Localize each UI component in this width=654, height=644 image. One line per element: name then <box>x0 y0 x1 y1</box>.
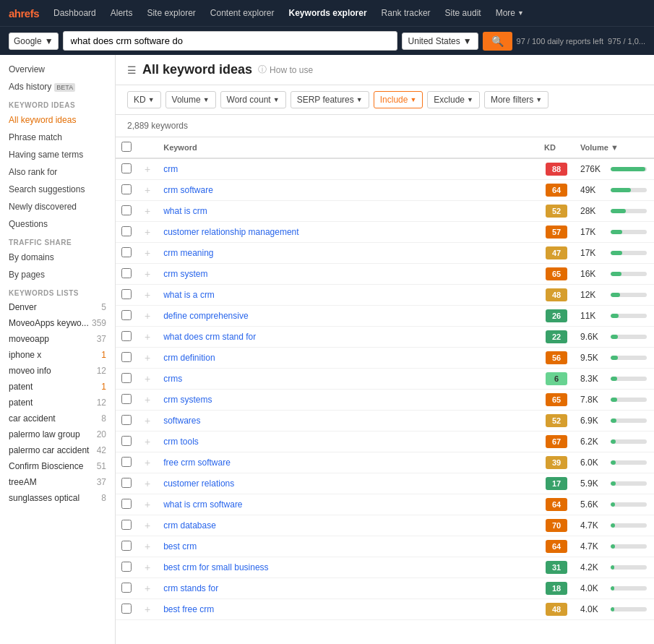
keyword-link[interactable]: crm software <box>163 185 213 195</box>
add-keyword-button[interactable]: + <box>143 184 152 196</box>
row-checkbox[interactable] <box>121 247 132 257</box>
add-keyword-button[interactable]: + <box>143 436 152 447</box>
keyword-link[interactable]: crm system <box>163 269 207 279</box>
add-keyword-button[interactable]: + <box>143 541 152 552</box>
keyword-link[interactable]: customer relationship management <box>163 227 298 237</box>
row-checkbox[interactable] <box>121 310 132 320</box>
row-checkbox[interactable] <box>121 289 132 299</box>
nav-content-explorer[interactable]: Content explorer <box>205 0 280 26</box>
how-to-use[interactable]: ⓘ How to use <box>258 64 313 76</box>
add-keyword-button[interactable]: + <box>143 205 152 217</box>
row-checkbox[interactable] <box>121 226 132 236</box>
select-all-checkbox[interactable] <box>121 142 132 152</box>
add-keyword-button[interactable]: + <box>143 415 152 426</box>
hamburger-icon[interactable]: ☰ <box>127 64 137 76</box>
list-item-moveoapp[interactable]: moveoapp 37 <box>0 331 115 347</box>
row-checkbox[interactable] <box>121 583 132 593</box>
add-keyword-button[interactable]: + <box>143 163 152 175</box>
keyword-link[interactable]: best free crm <box>163 604 214 614</box>
add-keyword-button[interactable]: + <box>143 352 152 364</box>
country-select[interactable]: United States ▼ <box>402 33 478 50</box>
list-item-patent-1[interactable]: patent 1 <box>0 379 115 395</box>
nav-alerts[interactable]: Alerts <box>105 0 139 26</box>
keyword-link[interactable]: crm meaning <box>163 248 213 258</box>
sidebar-ads-history[interactable]: Ads historyBETA <box>0 78 115 95</box>
keyword-link[interactable]: crm database <box>163 520 216 531</box>
list-item-confirm-bioscience[interactable]: Confirm Bioscience 51 <box>0 458 115 474</box>
add-keyword-button[interactable]: + <box>143 604 152 615</box>
keyword-link[interactable]: crm systems <box>163 395 212 405</box>
row-checkbox[interactable] <box>121 205 132 215</box>
add-keyword-button[interactable]: + <box>143 520 152 531</box>
keyword-link[interactable]: what is crm <box>163 206 207 216</box>
row-checkbox[interactable] <box>121 394 132 404</box>
keyword-link[interactable]: customer relations <box>163 478 234 489</box>
search-button[interactable]: 🔍 <box>483 32 512 51</box>
list-item-palermo-law[interactable]: palermo law group 20 <box>0 426 115 442</box>
sidebar-having-same-terms[interactable]: Having same terms <box>0 146 115 163</box>
row-checkbox[interactable] <box>121 163 132 173</box>
sidebar-all-keyword-ideas[interactable]: All keyword ideas <box>0 111 115 129</box>
row-checkbox[interactable] <box>121 352 132 362</box>
row-checkbox[interactable] <box>121 373 132 383</box>
row-checkbox[interactable] <box>121 268 132 278</box>
keyword-link[interactable]: crm tools <box>163 437 199 447</box>
row-checkbox[interactable] <box>121 520 132 530</box>
nav-dashboard[interactable]: Dashboard <box>48 0 102 26</box>
filter-kd[interactable]: KD▼ <box>127 91 161 108</box>
sidebar-overview[interactable]: Overview <box>0 61 115 78</box>
keyword-link[interactable]: crm <box>163 164 178 174</box>
add-keyword-button[interactable]: + <box>143 394 152 405</box>
list-item-patent-2[interactable]: patent 12 <box>0 395 115 411</box>
add-keyword-button[interactable]: + <box>143 457 152 468</box>
list-item-moveo-info[interactable]: moveo info 12 <box>0 363 115 379</box>
keyword-link[interactable]: crm stands for <box>163 583 218 593</box>
add-keyword-button[interactable]: + <box>143 562 152 573</box>
search-input[interactable] <box>63 31 397 51</box>
row-checkbox[interactable] <box>121 562 132 572</box>
keyword-link[interactable]: softwares <box>163 416 200 426</box>
keyword-link[interactable]: crms <box>163 374 182 384</box>
keyword-link[interactable]: what is crm software <box>163 499 242 510</box>
list-item-iphone-x[interactable]: iphone x 1 <box>0 347 115 363</box>
add-keyword-button[interactable]: + <box>143 268 152 280</box>
sidebar-questions[interactable]: Questions <box>0 215 115 233</box>
add-keyword-button[interactable]: + <box>143 373 152 385</box>
add-keyword-button[interactable]: + <box>143 499 152 510</box>
row-checkbox[interactable] <box>121 457 132 467</box>
keyword-link[interactable]: best crm <box>163 541 197 551</box>
nav-keywords-explorer[interactable]: Keywords explorer <box>283 0 373 26</box>
keyword-link[interactable]: what is a crm <box>163 290 215 300</box>
filter-serp-features[interactable]: SERP features▼ <box>291 91 369 108</box>
sidebar-also-rank-for[interactable]: Also rank for <box>0 163 115 181</box>
row-checkbox[interactable] <box>121 331 132 341</box>
row-checkbox[interactable] <box>121 604 132 614</box>
row-checkbox[interactable] <box>121 436 132 446</box>
add-keyword-button[interactable]: + <box>143 289 152 301</box>
row-checkbox[interactable] <box>121 478 132 488</box>
filter-volume[interactable]: Volume▼ <box>165 91 216 108</box>
list-item-car-accident[interactable]: car accident 8 <box>0 411 115 426</box>
add-keyword-button[interactable]: + <box>143 310 152 322</box>
sidebar-phrase-match[interactable]: Phrase match <box>0 129 115 146</box>
list-item-palermo-car[interactable]: palermo car accident 42 <box>0 442 115 458</box>
row-checkbox[interactable] <box>121 499 132 509</box>
row-checkbox[interactable] <box>121 184 132 194</box>
list-item-moveoapps[interactable]: MoveoApps keywo... 359 <box>0 315 115 331</box>
sidebar-newly-discovered[interactable]: Newly discovered <box>0 198 115 215</box>
filter-include[interactable]: Include▼ <box>374 91 423 108</box>
keyword-link[interactable]: best crm for small business <box>163 562 268 572</box>
sidebar-by-domains[interactable]: By domains <box>0 249 115 266</box>
nav-more[interactable]: More▼ <box>490 0 530 26</box>
keyword-link[interactable]: crm definition <box>163 353 215 363</box>
add-keyword-button[interactable]: + <box>143 247 152 259</box>
filter-word-count[interactable]: Word count▼ <box>220 91 286 108</box>
add-keyword-button[interactable]: + <box>143 583 152 594</box>
th-kd[interactable]: KD <box>538 137 575 158</box>
sidebar-search-suggestions[interactable]: Search suggestions <box>0 181 115 198</box>
nav-rank-tracker[interactable]: Rank tracker <box>376 0 436 26</box>
keyword-link[interactable]: define comprehensive <box>163 311 248 321</box>
filter-exclude[interactable]: Exclude▼ <box>427 91 480 108</box>
list-item-denver[interactable]: Denver 5 <box>0 299 115 315</box>
nav-site-explorer[interactable]: Site explorer <box>141 0 201 26</box>
